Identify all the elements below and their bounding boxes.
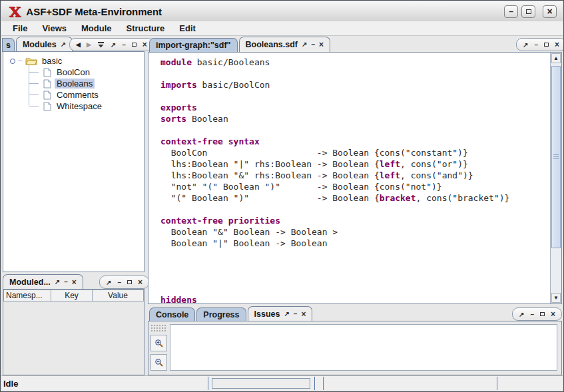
column-header-value[interactable]: Value [93,290,144,301]
tree-item-label: basic [40,56,64,66]
close-icon: × [547,6,552,17]
toolbar-drag-handle[interactable] [150,324,166,332]
tree-children: BoolConBooleansCommentsWhitespace [29,67,144,112]
issues-panel [148,321,562,375]
code-editor[interactable]: module basic/Booleans imports basic/Bool… [148,53,550,303]
close-icon[interactable]: × [555,40,559,49]
close-icon[interactable]: × [301,310,306,318]
float-icon[interactable]: ↗ [61,41,66,48]
close-icon[interactable]: × [142,40,147,49]
menu-file[interactable]: File [5,23,35,33]
modules-panel-toolbar: ◀ ▶ ↗ – × [69,38,154,51]
minimize-icon[interactable]: – [117,279,121,286]
zoom-in-button[interactable] [150,335,167,351]
tab-modules-label: Modules [23,40,57,49]
status-bar: Idle [1,375,563,391]
code-line [160,124,550,136]
close-icon[interactable]: × [551,309,555,319]
zoom-out-icon [154,358,164,367]
menu-structure[interactable]: Structure [119,23,172,33]
close-icon[interactable]: × [319,41,324,49]
code-line: BoolCon -> Boolean {cons("constant")} [160,147,550,158]
window-close-button[interactable]: × [543,5,557,18]
title-bar: X ASF+SDF Meta-Environment – × [1,1,563,22]
modules-tree[interactable]: basic BoolConBooleansCommentsWhitespace [3,51,144,272]
float-icon[interactable]: ↗ [106,279,111,286]
code-line [160,283,550,294]
tree-item-boolcon[interactable]: BoolCon [29,67,144,78]
minimize-icon[interactable]: – [530,311,534,318]
tab-modules[interactable]: Modules ↗ [16,37,73,52]
float-icon[interactable]: ↗ [111,41,116,49]
tree-item-label: Booleans [55,79,95,89]
close-icon[interactable]: × [138,278,142,287]
scroll-up-button[interactable]: ▲ [551,53,561,63]
minimize-icon[interactable]: – [294,311,298,317]
scrollbar-thumb[interactable] [551,66,561,248]
console-tab-row: Console Progress Issues ↗ – × [149,306,314,321]
document-icon [43,79,51,89]
tree-item-label: Whitespace [55,101,104,111]
clipped-tab[interactable]: s [2,38,15,52]
tab-module-details[interactable]: Moduled... ↗ – × [3,274,83,290]
menu-edit[interactable]: Edit [172,23,203,33]
code-line: "(" Boolean ")" -> Boolean {bracket, con… [160,192,550,204]
window-minimize-button[interactable]: – [504,5,518,18]
close-icon[interactable]: × [72,278,77,286]
code-line [160,68,550,79]
float-icon[interactable]: ↗ [55,279,60,286]
scroll-down-button[interactable]: ▼ [551,293,561,303]
code-line [160,260,550,272]
maximize-icon[interactable] [544,43,549,47]
menu-module[interactable]: Module [74,23,119,33]
minimize-icon: – [509,7,513,16]
back-icon[interactable]: ◀ [76,41,81,48]
minimize-icon[interactable]: – [64,279,68,286]
tab-progress[interactable]: Progress [196,307,246,321]
float-icon[interactable]: ↗ [302,41,307,48]
forward-icon[interactable]: ▶ [87,41,91,48]
minimize-icon[interactable]: – [122,41,126,49]
module-details-toolbar: ↗ – × [99,276,149,289]
tab-issues[interactable]: Issues ↗ – × [248,306,313,321]
window-title: ASF+SDF Meta-Environment [26,6,162,17]
menu-views[interactable]: Views [35,23,74,33]
float-icon[interactable]: ↗ [284,311,289,317]
window-maximize-button[interactable] [521,5,535,18]
document-icon [43,102,51,111]
column-header-namespace[interactable]: Namesp... [3,290,51,301]
tree-item-basic[interactable]: basic [10,55,144,67]
column-header-key[interactable]: Key [51,290,93,301]
tree-item-comments[interactable]: Comments [29,89,144,100]
tab-console[interactable]: Console [149,307,195,321]
code-line [160,249,550,260]
code-line [160,272,550,283]
float-icon[interactable]: ↗ [519,311,524,318]
module-details-panel: Namesp... Key Value [3,289,144,375]
minimize-icon[interactable]: – [311,41,315,48]
issues-output-area[interactable] [170,324,557,371]
editor-scrollbar[interactable]: ▲ ▼ [550,53,561,303]
code-line: Boolean "&" Boolean -> Boolean > [160,226,550,238]
maximize-icon[interactable] [540,312,545,316]
maximize-icon[interactable] [127,280,132,284]
maximize-icon[interactable] [132,43,137,47]
scroll-up-icon: ▲ [553,55,559,61]
minimize-icon[interactable]: – [534,41,538,49]
tree-expander-icon[interactable] [10,59,15,64]
code-line: sorts Boolean [160,113,550,124]
tab-module-details-label: Moduled... [9,278,51,287]
zoom-out-button[interactable] [150,354,167,371]
tree-item-whitespace[interactable]: Whitespace [29,100,144,112]
document-icon [43,91,51,100]
tab-booleans-sdf[interactable]: Booleans.sdf ↗ – × [239,37,330,52]
tab-import-graph[interactable]: import-graph:"sdf" [149,38,238,52]
tree-item-label: BoolCon [55,67,92,77]
code-line: context-free syntax [160,136,550,147]
module-details-tab-row: Moduled... ↗ – × [3,274,85,290]
collapse-panel-icon[interactable] [97,42,105,48]
menu-bar: FileViewsModuleStructureEdit [1,21,563,36]
float-icon[interactable]: ↗ [523,41,528,49]
tab-booleans-label: Booleans.sdf [246,40,298,49]
tree-item-booleans[interactable]: Booleans [29,78,144,89]
